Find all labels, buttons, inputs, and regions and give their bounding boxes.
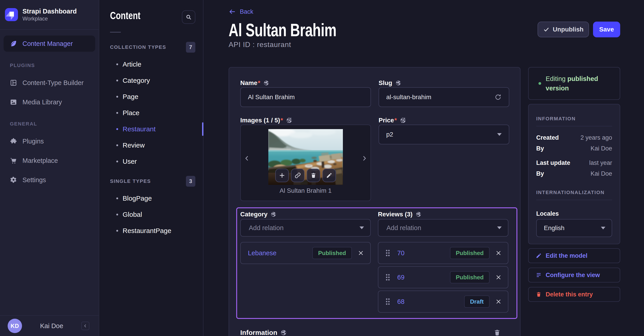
status-badge: Published	[312, 247, 352, 259]
drag-handle-icon[interactable]	[386, 249, 390, 257]
bullet-icon	[116, 112, 118, 114]
row-label: Last update	[536, 159, 570, 166]
configure-view-button[interactable]: Configure the view	[528, 268, 620, 282]
sidebar-item-label: Marketplace	[22, 157, 58, 164]
subnav-item-page[interactable]: Page	[110, 89, 195, 105]
row-value: Kai Doe	[590, 170, 612, 177]
sidebar-item-label: Media Library	[22, 98, 62, 106]
link-icon	[294, 172, 301, 179]
subnav-item-label: Place	[122, 109, 140, 117]
unpublish-button[interactable]: Unpublish	[538, 22, 589, 37]
bullet-icon	[116, 96, 118, 98]
bullet-icon	[116, 63, 118, 65]
required-asterisk: *	[280, 117, 283, 124]
add-image-button[interactable]	[275, 169, 289, 182]
sidebar-item-label: Plugins	[22, 138, 44, 145]
back-label: Back	[240, 8, 253, 15]
relation-link[interactable]: 70	[397, 249, 404, 257]
delete-component-button[interactable]	[494, 329, 501, 336]
subnav-item-label: User	[122, 158, 137, 165]
search-icon	[186, 14, 192, 20]
sidebar-item-settings[interactable]: Settings	[0, 172, 99, 188]
label-text: Category	[240, 211, 268, 218]
category-add-relation-select[interactable]: Add relation	[240, 219, 371, 237]
caret-down-icon	[601, 227, 606, 229]
relation-link[interactable]: 68	[397, 298, 404, 305]
subnav-item-label: BlogPage	[122, 195, 152, 202]
close-icon	[358, 250, 364, 256]
close-icon	[495, 274, 502, 280]
subnav-item-place[interactable]: Place	[110, 105, 195, 121]
slug-input[interactable]: al-sultan-brahim	[378, 87, 509, 107]
updated-by-row: ByKai Doe	[536, 170, 612, 177]
slug-field: Slug al-sultan-brahim	[378, 79, 509, 107]
remove-relation-button[interactable]	[495, 250, 502, 256]
editing-prefix: Editing	[546, 75, 568, 82]
action-label: Edit the model	[546, 252, 588, 259]
price-label: Price*	[378, 116, 509, 124]
remove-relation-button[interactable]	[495, 274, 502, 280]
delete-entry-button[interactable]: Delete this entry	[528, 287, 620, 302]
sidebar-item-content-type-builder[interactable]: Content-Type Builder	[0, 75, 99, 91]
subnav-item-review[interactable]: Review	[110, 137, 195, 153]
bullet-icon	[116, 214, 118, 216]
entry-form-card: Name* Al Sultan Brahim Slug al-sultan-br…	[228, 67, 520, 336]
avatar[interactable]: KD	[8, 319, 22, 333]
copy-link-button[interactable]	[291, 169, 304, 182]
save-button[interactable]: Save	[593, 22, 620, 37]
subnav-item-label: Page	[122, 93, 138, 101]
main-sidebar: Strapi Dashboard Workplace Content Manag…	[0, 0, 99, 336]
slug-value: al-sultan-brahim	[386, 94, 494, 101]
subnav-item-category[interactable]: Category	[110, 72, 195, 89]
close-icon	[495, 298, 502, 305]
back-link[interactable]: Back	[228, 9, 620, 15]
subnav-item-global[interactable]: Global	[110, 207, 195, 223]
subnav-item-restaurantpage[interactable]: RestaurantPage	[110, 223, 195, 239]
puzzle-icon	[10, 138, 17, 145]
remove-relation-button[interactable]	[495, 298, 502, 305]
reviews-relation-list: 70 Published 69 Published	[378, 242, 508, 313]
name-field: Name* Al Sultan Brahim	[240, 79, 371, 107]
subnav-item-blogpage[interactable]: BlogPage	[110, 190, 195, 207]
add-relation-placeholder: Add relation	[249, 224, 360, 232]
status-badge: Published	[450, 247, 490, 259]
remove-relation-button[interactable]	[358, 250, 364, 256]
reviews-label: Reviews (3)	[378, 211, 508, 218]
search-button[interactable]	[182, 10, 195, 24]
reviews-field: Reviews (3) Add relation 70 Published	[378, 211, 508, 313]
name-input[interactable]: Al Sultan Brahim	[240, 87, 371, 107]
edit-image-button[interactable]	[322, 169, 336, 182]
editing-status-text: Editing published version	[546, 74, 620, 93]
carousel-next-button[interactable]	[360, 154, 369, 163]
relation-link[interactable]: 69	[397, 274, 404, 281]
relation-link[interactable]: Lebanese	[248, 249, 276, 257]
subnav-item-article[interactable]: Article	[110, 56, 195, 72]
price-field: Price* p2	[378, 116, 509, 201]
bullet-icon	[116, 144, 118, 146]
carousel-prev-button[interactable]	[242, 154, 252, 163]
collapse-sidebar-button[interactable]	[81, 322, 89, 330]
name-value: Al Sultan Brahim	[248, 94, 363, 101]
sidebar-item-media-library[interactable]: Media Library	[0, 94, 99, 110]
sidebar-item-plugins[interactable]: Plugins	[0, 133, 99, 149]
panel-divider	[536, 126, 612, 126]
subnav-item-label: Restaurant	[122, 125, 156, 133]
regenerate-icon[interactable]	[494, 94, 502, 101]
drag-handle-icon[interactable]	[386, 274, 390, 281]
sidebar-item-marketplace[interactable]: Marketplace	[0, 152, 99, 169]
pencil-icon	[536, 253, 542, 259]
edit-model-button[interactable]: Edit the model	[528, 248, 620, 263]
subnav-item-user[interactable]: User	[110, 153, 195, 170]
reviews-add-relation-select[interactable]: Add relation	[378, 219, 508, 237]
subnav-item-restaurant[interactable]: Restaurant	[110, 121, 195, 137]
category-field: Category Add relation Lebanese Published	[240, 211, 371, 313]
workspace-brand[interactable]: Strapi Dashboard Workplace	[0, 0, 99, 30]
locale-select[interactable]: English	[536, 219, 612, 237]
delete-image-button[interactable]	[307, 169, 320, 182]
relation-row-69: 69 Published	[378, 266, 508, 288]
relations-focused-zone: Category Add relation Lebanese Published	[236, 207, 517, 319]
drag-handle-icon[interactable]	[386, 298, 390, 305]
price-select[interactable]: p2	[378, 125, 509, 144]
sidebar-item-content-manager[interactable]: Content Manager	[4, 36, 95, 52]
status-badge: Published	[450, 271, 490, 283]
